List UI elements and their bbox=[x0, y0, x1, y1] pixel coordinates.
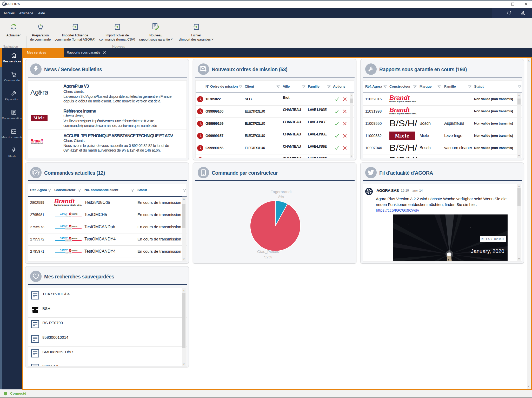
svg-text:Service: Service bbox=[66, 227, 71, 229]
svg-text:CANDY: CANDY bbox=[60, 237, 68, 240]
svg-text:HOOVER: HOOVER bbox=[72, 250, 77, 252]
svg-text:January, 2020: January, 2020 bbox=[471, 248, 504, 254]
svg-text:Service: Service bbox=[66, 240, 71, 242]
svg-text:HOOVER: HOOVER bbox=[72, 213, 77, 215]
svg-text:Service: Service bbox=[66, 252, 71, 254]
svg-text:B/S/H/: B/S/H/ bbox=[389, 155, 417, 158]
svg-text:H: H bbox=[70, 213, 71, 215]
svg-text:B/S/H/: B/S/H/ bbox=[389, 119, 417, 128]
svg-text:B/S/H/: B/S/H/ bbox=[389, 143, 417, 153]
svg-text:ra: ra bbox=[42, 88, 48, 96]
svg-text:H: H bbox=[70, 225, 71, 227]
svg-text:Pour tous les jours et même le: Pour tous les jours et même les autres. bbox=[389, 113, 417, 115]
svg-text:CANDY: CANDY bbox=[60, 249, 68, 252]
svg-text:Pour tous les jours et même le: Pour tous les jours et même les autres. bbox=[54, 204, 82, 206]
svg-text:Brandt: Brandt bbox=[389, 95, 410, 101]
svg-text:Pour tous les jours et même le: Pour tous les jours et même les autres. bbox=[31, 143, 43, 144]
svg-text:HOOVER: HOOVER bbox=[72, 238, 77, 239]
svg-text:H: H bbox=[70, 250, 71, 251]
svg-text:CANDY: CANDY bbox=[60, 225, 68, 227]
svg-text:Pour tous les jours et même le: Pour tous les jours et même les autres. bbox=[389, 101, 417, 103]
svg-text:H: H bbox=[70, 238, 71, 239]
svg-text:Ag: Ag bbox=[30, 88, 39, 96]
svg-text:CANDY: CANDY bbox=[60, 261, 68, 262]
svg-text:Brandt: Brandt bbox=[389, 107, 410, 113]
svg-text:CANDY: CANDY bbox=[60, 212, 68, 215]
svg-text:HOOVER: HOOVER bbox=[72, 225, 77, 227]
svg-text:Service: Service bbox=[66, 215, 71, 217]
svg-text:Brandt: Brandt bbox=[54, 199, 75, 205]
svg-text:RELEASE UPDATE: RELEASE UPDATE bbox=[481, 237, 505, 241]
